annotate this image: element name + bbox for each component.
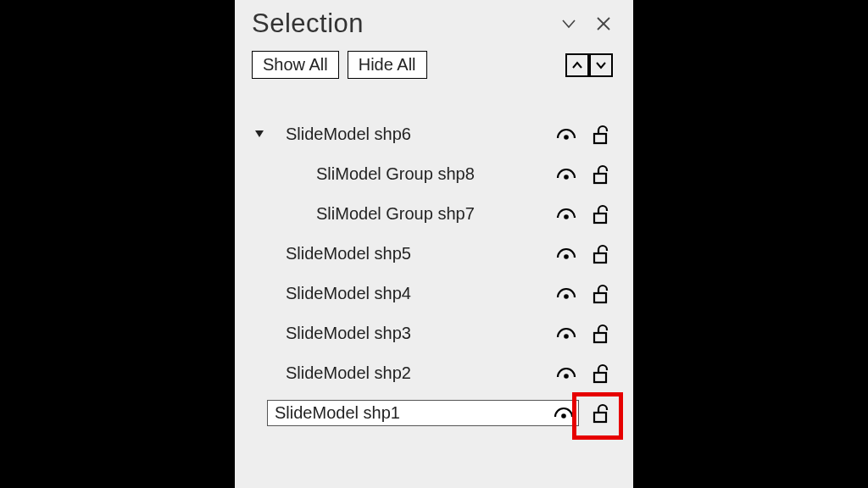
row-icons (555, 363, 618, 385)
eye-icon (555, 126, 577, 143)
row-icons (555, 124, 618, 146)
unlock-icon (591, 283, 611, 305)
close-icon (594, 14, 613, 33)
collapse-triangle-icon (254, 130, 264, 140)
lock-toggle[interactable] (591, 203, 611, 225)
svg-rect-10 (594, 253, 606, 263)
row-icons (555, 323, 618, 345)
svg-rect-16 (594, 373, 606, 382)
selection-panel: Selection Show All Hide All SlideModel s… (235, 0, 633, 488)
row-icons (555, 283, 618, 305)
svg-point-15 (564, 374, 569, 379)
eye-icon (555, 365, 577, 382)
tree-item-label[interactable]: SlideModel shp2 (267, 363, 555, 383)
lock-toggle[interactable] (591, 243, 611, 265)
svg-point-3 (564, 135, 569, 140)
tree-row[interactable]: SlideModel shp3 (252, 313, 618, 353)
unlock-icon (591, 164, 611, 186)
lock-toggle[interactable] (591, 124, 611, 146)
unlock-icon (591, 124, 611, 146)
show-all-button[interactable]: Show All (252, 51, 339, 79)
svg-rect-18 (594, 413, 606, 422)
tree-item-label[interactable]: SliModel Group shp7 (267, 204, 555, 224)
unlock-icon (591, 203, 611, 225)
row-icons (555, 203, 618, 225)
unlock-icon (591, 363, 611, 385)
tree-row[interactable]: SliModel Group shp7 (252, 194, 618, 234)
reorder-buttons (565, 53, 618, 77)
row-icons (555, 164, 618, 186)
chevron-up-icon (571, 59, 583, 71)
tree-item-label[interactable]: SlideModel shp6 (267, 125, 555, 144)
close-panel-button[interactable] (594, 14, 613, 33)
visibility-toggle[interactable] (555, 286, 577, 302)
tree-row[interactable]: SlideModel shp6 (252, 114, 618, 154)
visibility-toggle[interactable] (555, 166, 577, 183)
svg-rect-6 (594, 174, 606, 183)
tree-row[interactable]: SlideModel shp1 (252, 393, 618, 433)
eye-icon (555, 166, 577, 183)
svg-point-17 (561, 413, 566, 419)
header-controls (559, 14, 618, 34)
expander[interactable] (252, 130, 267, 140)
visibility-toggle[interactable] (553, 405, 575, 422)
lock-toggle[interactable] (591, 283, 611, 305)
tree-item-label[interactable]: SliModel Group shp8 (267, 164, 555, 184)
eye-icon (555, 325, 577, 342)
svg-point-13 (564, 334, 569, 339)
visibility-toggle[interactable] (555, 246, 577, 263)
svg-rect-14 (594, 333, 606, 342)
tree-item-label[interactable]: SlideModel shp4 (267, 284, 555, 303)
toolbar: Show All Hide All (252, 51, 618, 79)
collapse-panel-button[interactable] (559, 14, 579, 34)
tree-row[interactable]: SlideModel shp2 (252, 353, 618, 393)
panel-header: Selection (252, 8, 618, 39)
svg-rect-8 (594, 214, 606, 223)
svg-point-5 (564, 175, 569, 180)
visibility-toggle[interactable] (555, 365, 577, 382)
tree-item-label[interactable]: SlideModel shp5 (267, 244, 555, 263)
move-down-button[interactable] (589, 53, 613, 77)
svg-rect-4 (594, 134, 606, 143)
unlock-icon (591, 243, 611, 265)
svg-point-11 (564, 294, 569, 299)
svg-point-9 (564, 254, 569, 259)
tree-item-label[interactable]: SlideModel shp3 (267, 324, 555, 343)
svg-rect-12 (594, 293, 606, 302)
hide-all-button[interactable]: Hide All (348, 51, 427, 79)
eye-icon (553, 405, 575, 422)
panel-title: Selection (252, 8, 364, 39)
eye-icon (555, 286, 577, 302)
tree-item-label[interactable]: SlideModel shp1 (275, 403, 553, 423)
lock-toggle[interactable] (591, 323, 611, 345)
visibility-toggle[interactable] (555, 126, 577, 143)
chevron-down-icon (595, 59, 607, 71)
visibility-toggle[interactable] (555, 325, 577, 342)
unlock-icon (591, 402, 611, 424)
lock-toggle[interactable] (591, 402, 611, 424)
selected-item-box: SlideModel shp1 (267, 400, 579, 426)
tree-row[interactable]: SlideModel shp4 (252, 274, 618, 313)
move-up-button[interactable] (565, 53, 589, 77)
svg-marker-2 (255, 130, 264, 137)
unlock-icon (591, 323, 611, 345)
chevron-down-icon (559, 14, 579, 34)
toolbar-buttons: Show All Hide All (252, 51, 427, 79)
eye-icon (555, 246, 577, 263)
tree-row[interactable]: SliModel Group shp8 (252, 154, 618, 194)
tree-row[interactable]: SlideModel shp5 (252, 234, 618, 274)
lock-toggle[interactable] (591, 164, 611, 186)
row-icons (555, 243, 618, 265)
eye-icon (555, 206, 577, 223)
svg-point-7 (564, 214, 569, 219)
visibility-toggle[interactable] (555, 206, 577, 223)
selection-tree: SlideModel shp6SliModel Group shp8SliMod… (252, 114, 618, 433)
lock-toggle[interactable] (591, 363, 611, 385)
